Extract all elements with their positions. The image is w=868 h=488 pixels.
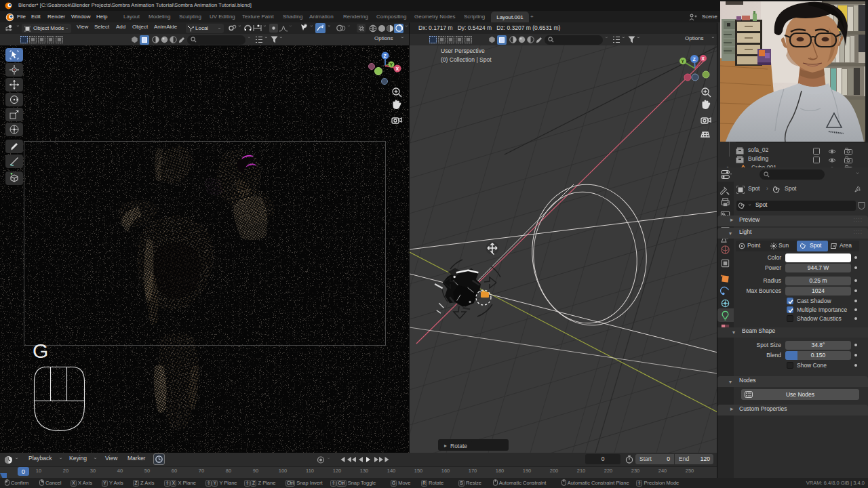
svg-text:(0) Collection | Spot: (0) Collection | Spot [441, 56, 492, 63]
svg-text:Z: Z [693, 57, 696, 62]
svg-text:X: X [396, 66, 399, 71]
svg-text:X: X [702, 56, 705, 61]
svg-text:G: G [33, 340, 48, 362]
svg-text:Y: Y [390, 62, 393, 67]
svg-text:▸: ▸ [444, 443, 447, 449]
svg-text:Z: Z [384, 54, 387, 58]
svg-text:User Perspective: User Perspective [441, 47, 485, 54]
svg-text:Y: Y [682, 59, 685, 64]
svg-text:Rotate: Rotate [450, 443, 467, 449]
